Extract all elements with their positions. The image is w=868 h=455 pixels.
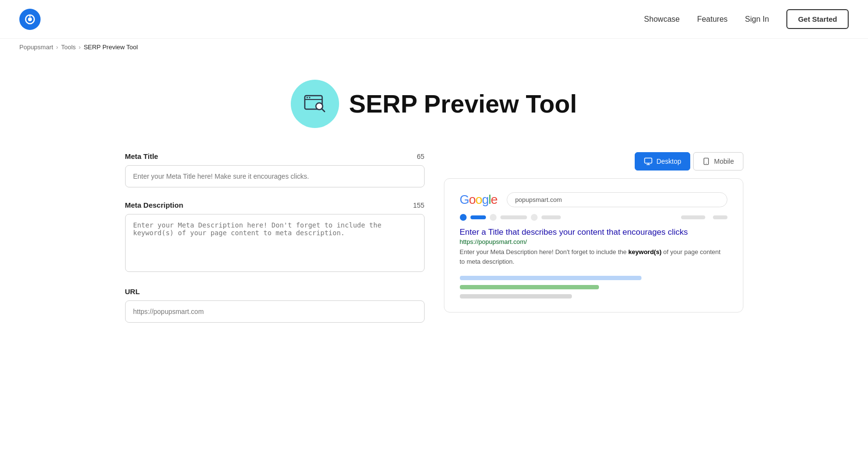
header: Showcase Features Sign In Get Started <box>0 0 868 39</box>
meta-description-count: 155 <box>413 201 424 209</box>
svg-rect-9 <box>644 158 652 163</box>
breadcrumb-separator-1: › <box>56 43 58 51</box>
meta-title-group: Meta Title 65 <box>125 152 425 187</box>
breadcrumb-separator-2: › <box>79 43 81 51</box>
skel-circle-2 <box>490 214 497 221</box>
svg-point-1 <box>28 17 32 21</box>
url-label: URL <box>125 287 140 296</box>
google-search-box: popupsmart.com <box>507 192 727 207</box>
nav-showcase[interactable]: Showcase <box>644 15 680 24</box>
desktop-toggle[interactable]: Desktop <box>635 152 690 171</box>
serp-desc-before: Enter your Meta Description here! Don't … <box>460 248 628 256</box>
skel-result-1 <box>460 276 642 280</box>
mobile-toggle[interactable]: Mobile <box>693 152 743 171</box>
skel-pill-2 <box>500 215 527 219</box>
logo-area <box>19 9 41 30</box>
main-content: Meta Title 65 Meta Description 155 URL <box>96 142 772 355</box>
svg-line-8 <box>322 109 325 112</box>
skel-pill-4 <box>681 215 705 219</box>
url-group: URL <box>125 287 425 323</box>
nav: Showcase Features Sign In Get Started <box>644 9 849 29</box>
meta-title-count: 65 <box>417 153 425 160</box>
serp-result-description: Enter your Meta Description here! Don't … <box>460 247 727 266</box>
url-input[interactable] <box>125 300 425 323</box>
skeleton-nav <box>460 214 727 221</box>
desktop-icon <box>644 157 653 166</box>
skel-circle-3 <box>531 214 538 221</box>
skel-pill-3 <box>541 215 561 219</box>
breadcrumb-tools[interactable]: Tools <box>61 43 75 51</box>
breadcrumb-home[interactable]: Popupsmart <box>19 43 53 51</box>
hero-icon <box>291 80 339 128</box>
logo-icon[interactable] <box>19 9 41 30</box>
meta-title-label: Meta Title <box>125 152 158 160</box>
hero-section: SERP Preview Tool <box>0 56 868 142</box>
nav-features[interactable]: Features <box>697 15 727 24</box>
url-header: URL <box>125 287 425 296</box>
get-started-button[interactable]: Get Started <box>786 9 849 29</box>
skel-circle-1 <box>460 214 467 221</box>
serp-result: Enter a Title that describes your conten… <box>460 228 727 266</box>
skel-pill-5 <box>713 215 727 219</box>
mobile-label: Mobile <box>714 157 734 165</box>
serp-desc-keyword: keyword(s) <box>628 248 662 256</box>
skel-result-3 <box>460 294 572 299</box>
google-logo: Google <box>460 192 498 207</box>
google-bar: Google popupsmart.com <box>460 192 727 207</box>
breadcrumb-current: SERP Preview Tool <box>84 43 138 51</box>
preview-panel: Desktop Mobile Google popupsmart.com <box>444 152 743 336</box>
meta-description-header: Meta Description 155 <box>125 201 425 209</box>
desktop-label: Desktop <box>656 157 681 165</box>
serp-result-title[interactable]: Enter a Title that describes your conten… <box>460 228 727 237</box>
nav-sign-in[interactable]: Sign In <box>745 15 769 24</box>
skel-pill-1 <box>470 215 486 219</box>
breadcrumb: Popupsmart › Tools › SERP Preview Tool <box>0 39 868 56</box>
serp-result-url: https://popupsmart.com/ <box>460 238 727 245</box>
page-title: SERP Preview Tool <box>349 89 577 118</box>
meta-description-input[interactable] <box>125 214 425 272</box>
form-panel: Meta Title 65 Meta Description 155 URL <box>125 152 425 336</box>
mobile-icon <box>702 157 710 166</box>
serp-preview-card: Google popupsmart.com Enter a Title that… <box>444 178 743 313</box>
skel-result-2 <box>460 285 599 289</box>
meta-description-label: Meta Description <box>125 201 184 209</box>
svg-point-5 <box>307 97 308 99</box>
meta-title-input[interactable] <box>125 165 425 187</box>
svg-point-6 <box>309 97 311 99</box>
meta-title-header: Meta Title 65 <box>125 152 425 160</box>
view-toggle: Desktop Mobile <box>444 152 743 171</box>
meta-description-group: Meta Description 155 <box>125 201 425 274</box>
skeleton-results <box>460 276 727 299</box>
